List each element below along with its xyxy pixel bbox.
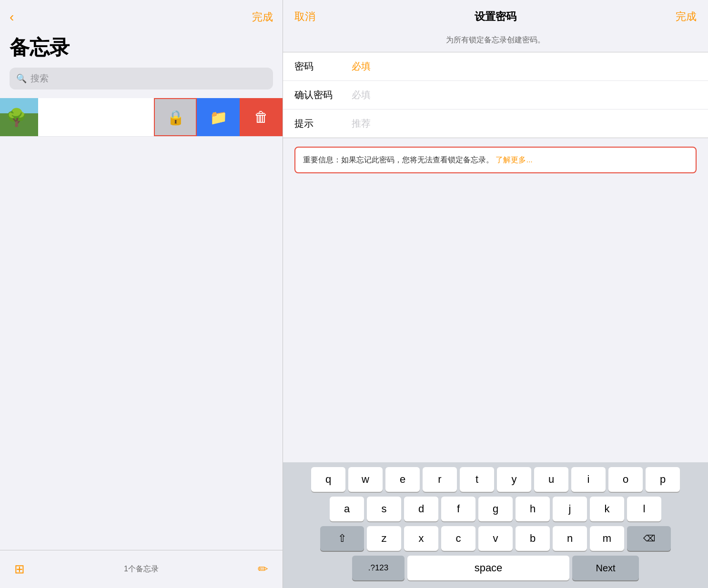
hint-label: 提示 [294, 117, 352, 130]
right-panel-title: 设置密码 [475, 10, 516, 24]
key-z[interactable]: z [367, 526, 401, 551]
folder-icon: 📁 [210, 109, 227, 126]
lock-icon: 🔒 [167, 109, 184, 126]
key-w[interactable]: w [348, 467, 383, 492]
key-c[interactable]: c [441, 526, 475, 551]
grid-icon[interactable]: ⊞ [14, 562, 25, 577]
form-fields: 密码 必填 确认密码 必填 提示 推荐 [283, 52, 708, 138]
space-key[interactable]: space [407, 556, 569, 580]
hint-row[interactable]: 提示 推荐 [283, 110, 708, 138]
key-h[interactable]: h [516, 497, 550, 521]
note-thumbnail [0, 98, 38, 136]
key-d[interactable]: d [404, 497, 438, 521]
left-bottom-bar: ⊞ 1个备忘录 ✏ [0, 550, 283, 588]
done-button-left[interactable]: 完成 [252, 10, 273, 24]
form-section: 为所有锁定备忘录创建密码。 密码 必填 确认密码 必填 提示 推荐 重要信息：如… [283, 29, 708, 182]
key-f[interactable]: f [441, 497, 475, 521]
confirm-password-required-hint: 必填 [352, 89, 371, 101]
compose-icon[interactable]: ✏ [258, 562, 268, 577]
page-title: 备忘录 [0, 30, 283, 68]
cancel-button[interactable]: 取消 [294, 10, 315, 24]
key-g[interactable]: g [478, 497, 513, 521]
key-u[interactable]: u [534, 467, 568, 492]
keyboard-row-3: ⇧ z x c v b n m ⌫ [286, 526, 705, 551]
form-description: 为所有锁定备忘录创建密码。 [283, 29, 708, 52]
key-t[interactable]: t [460, 467, 494, 492]
key-e[interactable]: e [385, 467, 420, 492]
keyboard: q w e r t y u i o p a s d f g h j k l ⇧ … [283, 462, 708, 588]
right-panel: 取消 设置密码 完成 为所有锁定备忘录创建密码。 密码 必填 确认密码 必填 提… [283, 0, 708, 588]
note-row[interactable]: 🔒 📁 🗑 [0, 98, 283, 137]
warning-text: 重要信息：如果忘记此密码，您将无法查看锁定备忘录。 [303, 156, 494, 164]
trash-icon: 🗑 [254, 109, 268, 125]
key-a[interactable]: a [330, 497, 364, 521]
confirm-password-label: 确认密码 [294, 89, 352, 101]
note-list-area: 🔒 📁 🗑 [0, 98, 283, 550]
keyboard-row-2: a s d f g h j k l [286, 497, 705, 521]
back-button[interactable]: ‹ [10, 10, 14, 25]
password-required-hint: 必填 [352, 60, 371, 73]
keyboard-row-4: .?123 space Next [286, 556, 705, 580]
key-p[interactable]: p [646, 467, 680, 492]
confirm-password-row[interactable]: 确认密码 必填 [283, 81, 708, 110]
key-o[interactable]: o [608, 467, 643, 492]
keyboard-row-1: q w e r t y u i o p [286, 467, 705, 492]
warning-box: 重要信息：如果忘记此密码，您将无法查看锁定备忘录。 了解更多... [294, 147, 697, 173]
key-i[interactable]: i [571, 467, 606, 492]
key-n[interactable]: n [553, 526, 587, 551]
key-b[interactable]: b [516, 526, 550, 551]
backspace-key[interactable]: ⌫ [627, 526, 671, 551]
number-switch-key[interactable]: .?123 [352, 556, 405, 580]
key-k[interactable]: k [590, 497, 624, 521]
left-panel: ‹ 完成 备忘录 🔍 搜索 🔒 📁 🗑 [0, 0, 283, 588]
swipe-actions: 🔒 📁 🗑 [154, 98, 283, 136]
swipe-delete-button[interactable]: 🗑 [240, 98, 283, 136]
key-v[interactable]: v [478, 526, 513, 551]
search-icon: 🔍 [16, 73, 27, 84]
search-placeholder-text: 搜索 [30, 72, 49, 85]
key-s[interactable]: s [367, 497, 401, 521]
swipe-folder-button[interactable]: 📁 [197, 98, 240, 136]
key-q[interactable]: q [311, 467, 345, 492]
shift-key[interactable]: ⇧ [320, 526, 364, 551]
next-key[interactable]: Next [572, 556, 639, 580]
key-j[interactable]: j [553, 497, 587, 521]
password-row[interactable]: 密码 必填 [283, 52, 708, 81]
search-bar[interactable]: 🔍 搜索 [10, 68, 273, 90]
key-y[interactable]: y [497, 467, 531, 492]
key-r[interactable]: r [423, 467, 457, 492]
key-l[interactable]: l [627, 497, 661, 521]
right-header: 取消 设置密码 完成 [283, 0, 708, 29]
left-header: ‹ 完成 [0, 0, 283, 30]
password-label: 密码 [294, 60, 352, 73]
done-button-right[interactable]: 完成 [676, 10, 697, 24]
swipe-lock-button[interactable]: 🔒 [154, 98, 197, 136]
hint-optional-hint: 推荐 [352, 117, 371, 130]
warning-link[interactable]: 了解更多... [496, 156, 532, 164]
key-x[interactable]: x [404, 526, 438, 551]
note-count-label: 1个备忘录 [124, 564, 159, 574]
key-m[interactable]: m [590, 526, 624, 551]
